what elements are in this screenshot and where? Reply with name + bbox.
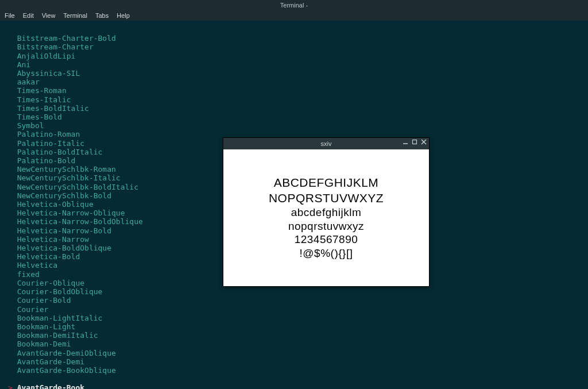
sxiv-window[interactable]: sxiv ABCDEFGHIJKLM NOPQRSTUVWXYZ abcdefg… (223, 137, 430, 287)
selected-font-line: > AvantGarde-Book (8, 383, 580, 389)
menubar: File Edit View Terminal Tabs Help (0, 10, 588, 21)
font-line: Courier-BoldOblique (8, 287, 580, 296)
minimize-icon[interactable] (403, 139, 408, 145)
sxiv-preview: ABCDEFGHIJKLM NOPQRSTUVWXYZ abcdefghijkl… (223, 149, 429, 286)
font-line: AvantGarde-BookOblique (8, 366, 580, 375)
selection-marker: > (8, 383, 13, 389)
window-title: Terminal - (280, 2, 308, 9)
font-line: Ani (8, 60, 580, 69)
menu-help[interactable]: Help (117, 12, 130, 19)
font-line: Bookman-Light (8, 322, 580, 331)
menu-tabs[interactable]: Tabs (95, 12, 109, 19)
svg-rect-1 (413, 140, 417, 144)
font-line: Times-Roman (8, 86, 580, 95)
font-line: Bookman-DemiItalic (8, 331, 580, 340)
font-line: Bookman-Demi (8, 340, 580, 348)
font-line: Times-BoldItalic (8, 104, 580, 113)
preview-line-6: !@$%(){}[] (300, 247, 353, 260)
sxiv-title: sxiv (223, 140, 429, 147)
menu-edit[interactable]: Edit (23, 12, 34, 19)
font-line: Bitstream-Charter (8, 43, 580, 51)
preview-line-1: ABCDEFGHIJKLM (274, 175, 379, 190)
font-line: AnjaliOldLipi (8, 52, 580, 60)
maximize-icon[interactable] (412, 139, 417, 145)
window-titlebar: Terminal - (0, 0, 588, 10)
preview-line-2: NOPQRSTUVWXYZ (269, 191, 384, 206)
font-line: aakar (8, 78, 580, 86)
menu-terminal[interactable]: Terminal (63, 12, 87, 19)
menu-file[interactable]: File (5, 12, 15, 19)
preview-line-5: 1234567890 (295, 233, 358, 247)
font-line: Times-Italic (8, 95, 580, 104)
preview-line-4: nopqrstuvwxyz (288, 219, 364, 233)
font-line: AvantGarde-DemiOblique (8, 349, 580, 357)
font-line: Courier-Bold (8, 296, 580, 305)
selected-font-name: AvantGarde-Book (17, 383, 84, 389)
font-line: Symbol (8, 121, 580, 130)
preview-line-3: abcdefghijklm (291, 206, 362, 219)
close-icon[interactable] (421, 139, 427, 145)
sxiv-titlebar[interactable]: sxiv (223, 138, 429, 149)
font-line: AvantGarde-Demi (8, 357, 580, 366)
font-line: Bookman-LightItalic (8, 314, 580, 322)
font-line: Bitstream-Charter-Bold (8, 34, 580, 43)
font-line: Times-Bold (8, 113, 580, 121)
menu-view[interactable]: View (42, 12, 56, 19)
font-line: Abyssinica-SIL (8, 69, 580, 78)
font-line: Courier (8, 305, 580, 314)
